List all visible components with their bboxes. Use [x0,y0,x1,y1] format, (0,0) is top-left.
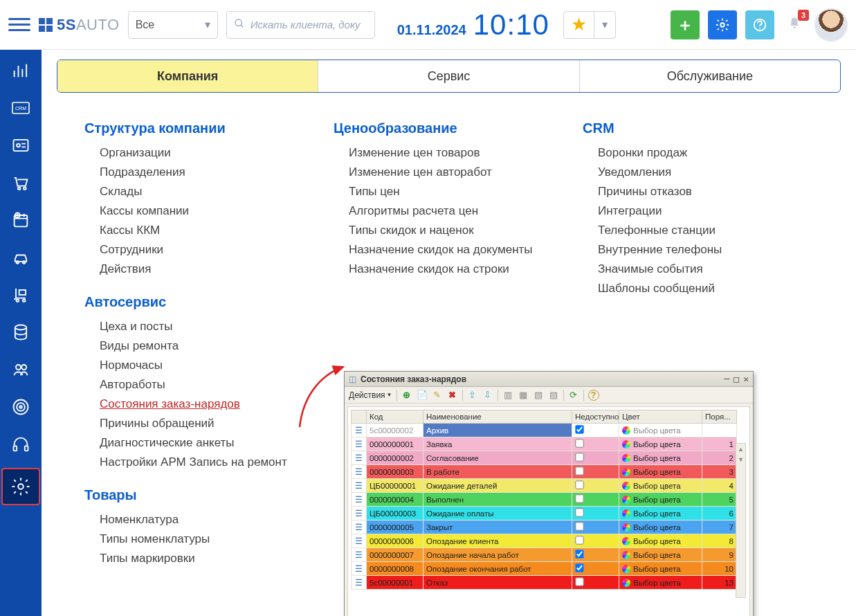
table-row[interactable]: ☰0000000001ЗаявкаВыбор цвета1 [352,437,737,451]
table-row[interactable]: ☰0000000007Опоздание начала работВыбор ц… [352,548,737,562]
cell-unavail[interactable] [572,534,619,548]
link-repair-types[interactable]: Виды ремонта [84,336,292,356]
actions-menu[interactable]: Действия ▼ [349,390,392,400]
notifications-button[interactable]: 3 [783,14,806,35]
chevron-down-icon[interactable]: ▾ [594,12,615,38]
link-normhours[interactable]: Нормочасы [84,356,292,375]
table-row[interactable]: ☰ЦБ00000003Ожидание оплатыВыбор цвета6 [352,507,737,520]
move-up-button[interactable]: ⇧ [467,390,478,401]
add-row-button[interactable]: ⊕ [401,390,412,401]
tab-service[interactable]: Сервис [318,60,579,92]
link-employees[interactable]: Сотрудники [84,240,292,260]
move-down-button[interactable]: ⇩ [482,390,493,401]
close-icon[interactable]: ✕ [743,374,749,384]
col-color[interactable]: Цвет [619,410,702,424]
col-code[interactable]: Код [367,410,424,424]
link-discount-lines[interactable]: Назначение скидок на строки [334,260,541,279]
link-order-states[interactable]: Состояния заказ-нарядов [84,395,292,414]
minimize-icon[interactable]: ─ [725,374,730,384]
table-row[interactable]: ☰ЦБ00000001Ожидание деталейВыбор цвета4 [352,479,737,493]
cell-unavail[interactable] [572,507,619,520]
copy-row-button[interactable]: 📄 [417,390,428,401]
filter3-button[interactable]: ▧ [533,390,544,401]
cell-unavail[interactable] [572,479,619,493]
rail-headset-icon[interactable] [8,432,33,457]
settings-button[interactable] [708,10,737,39]
cell-color[interactable]: Выбор цвета [619,562,702,576]
cell-color[interactable]: Выбор цвета [619,437,702,451]
table-row[interactable]: ☰0000000002СогласованиеВыбор цвета2 [352,451,737,465]
filter2-button[interactable]: ▦ [518,390,529,401]
link-workshops[interactable]: Цеха и посты [84,317,292,336]
cell-unavail[interactable] [572,465,619,479]
cell-color[interactable]: Выбор цвета [619,520,702,534]
cell-unavail[interactable] [572,493,619,507]
search-box[interactable] [226,11,375,39]
link-autoworks[interactable]: Авторaботы [84,375,292,395]
link-appeal-reasons[interactable]: Причины обращений [84,414,292,433]
cell-color[interactable]: Выбор цвета [619,507,702,520]
col-unavail[interactable]: Недоступно [572,410,619,424]
cell-unavail[interactable] [572,437,619,451]
cell-color[interactable]: Выбор цвета [619,493,702,507]
table-row[interactable]: ☰0000000006Опоздание клиентаВыбор цвета8 [352,534,737,548]
cell-color[interactable]: Выбор цвета [619,576,702,590]
rail-crm-icon[interactable]: CRM [8,96,33,120]
table-row[interactable]: ☰5c00000002АрхивВыбор цвета [352,424,737,437]
link-nomenclature-types[interactable]: Типы номенклатуры [84,529,292,549]
rail-trolley-icon[interactable] [8,282,33,307]
link-msg-templates[interactable]: Шаблоны сообщений [583,279,790,298]
link-funnels[interactable]: Воронки продаж [583,143,790,163]
link-company-cashboxes[interactable]: Кассы компании [84,201,292,221]
cell-color[interactable]: Выбор цвета [619,465,702,479]
tab-company[interactable]: Компания [57,60,318,92]
link-refusal-reasons[interactable]: Причины отказов [583,182,790,201]
rail-users-icon[interactable] [8,357,33,382]
link-price-types[interactable]: Типы цен [334,182,541,201]
cell-unavail[interactable] [572,576,619,590]
filter4-button[interactable]: ▨ [548,390,559,401]
link-pbx[interactable]: Телефонные станции [583,221,790,240]
cell-unavail[interactable] [572,451,619,465]
col-name[interactable]: Наименование [424,410,572,424]
table-row[interactable]: ☰0000000003В работеВыбор цвета3 [352,465,737,479]
link-departments[interactable]: Подразделения [84,163,292,182]
tab-maintenance[interactable]: Обслуживание [580,60,840,92]
maximize-icon[interactable]: □ [734,374,739,384]
link-actions[interactable]: Действия [84,260,292,279]
add-button[interactable]: ＋ [671,10,700,39]
cell-color[interactable]: Выбор цвета [619,451,702,465]
link-integrations[interactable]: Интеграции [583,201,790,221]
cell-color[interactable]: Выбор цвета [619,479,702,493]
scope-dropdown[interactable]: Все ▾ [128,11,218,39]
cell-unavail[interactable] [572,424,619,437]
table-row[interactable]: ☰0000000005ЗакрытВыбор цвета7 [352,520,737,534]
cell-unavail[interactable] [572,548,619,562]
rail-contacts-icon[interactable] [8,133,33,158]
link-warehouses[interactable]: Склады [84,182,292,201]
user-avatar[interactable] [814,8,848,42]
col-order[interactable]: Поря... [702,410,737,424]
table-row[interactable]: ☰5c00000001ОтказВыбор цвета13 [352,576,737,590]
filter1-button[interactable]: ▥ [502,390,513,401]
popup-titlebar[interactable]: ◫ Состояния заказ-нарядов ─ □ ✕ [345,372,753,387]
link-events[interactable]: Значимые события [583,260,790,279]
rail-calendar-icon[interactable] [8,208,33,233]
link-organizations[interactable]: Организации [84,143,292,163]
search-input[interactable] [251,19,367,30]
link-discount-types[interactable]: Типы скидок и наценок [334,221,541,240]
link-internal-phones[interactable]: Внутренние телефоны [583,240,790,260]
table-row[interactable]: ☰0000000004ВыполненВыбор цвета5 [352,493,737,507]
cell-unavail[interactable] [572,562,619,576]
rail-cart-icon[interactable] [8,170,33,195]
rail-car-icon[interactable] [8,245,33,270]
link-nomenclature[interactable]: Номенклатура [84,510,292,529]
link-price-change-works[interactable]: Изменение цен авторабот [334,163,541,182]
link-notifications[interactable]: Уведомления [583,163,790,182]
cell-color[interactable]: Выбор цвета [619,548,702,562]
edit-row-button[interactable]: ✎ [432,390,443,401]
refresh-button[interactable]: ⟳ [568,390,579,401]
scrollbar[interactable]: ▲▼ [736,443,746,598]
link-kkm-cashboxes[interactable]: Кассы ККМ [84,221,292,240]
link-discount-docs[interactable]: Назначение скидок на документы [334,240,541,260]
